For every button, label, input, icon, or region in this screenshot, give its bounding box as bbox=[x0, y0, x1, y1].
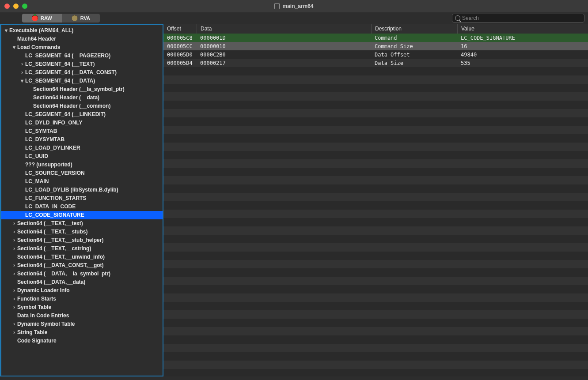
chevron-right-icon[interactable]: › bbox=[11, 219, 17, 228]
table-row[interactable]: 000005D00000C2B0Data Offset49840 bbox=[163, 50, 588, 59]
chevron-right-icon[interactable]: › bbox=[11, 303, 17, 312]
empty-row bbox=[163, 176, 588, 184]
chevron-right-icon[interactable]: › bbox=[19, 60, 25, 68]
tree-item[interactable]: ▾LC_SEGMENT_64 (__PAGEZERO) bbox=[1, 52, 163, 60]
table-row[interactable]: 000005D400000217Data Size535 bbox=[163, 59, 588, 67]
tree-item[interactable]: ▾LC_UUID bbox=[1, 152, 163, 161]
tree-item[interactable]: ▾LC_LOAD_DYLINKER bbox=[1, 144, 163, 152]
minimize-icon[interactable] bbox=[13, 4, 19, 9]
chevron-right-icon[interactable]: › bbox=[11, 270, 17, 278]
chevron-right-icon[interactable]: › bbox=[11, 286, 17, 295]
tree-item[interactable]: ▾LC_DYLD_INFO_ONLY bbox=[1, 119, 163, 127]
tree-item[interactable]: ▾Data in Code Entries bbox=[1, 312, 163, 320]
empty-row bbox=[163, 243, 588, 252]
search-field[interactable] bbox=[452, 14, 584, 23]
cell-value: LC_CODE_SIGNATURE bbox=[457, 35, 588, 41]
close-icon[interactable] bbox=[4, 4, 10, 9]
tree-item[interactable]: ▾Mach64 Header bbox=[1, 35, 163, 43]
tree-item-label: LC_FUNCTION_STARTS bbox=[25, 194, 86, 203]
empty-row bbox=[163, 117, 588, 126]
tree-item[interactable]: ▾LC_FUNCTION_STARTS bbox=[1, 194, 163, 203]
tree-item[interactable]: ▾LC_MAIN bbox=[1, 177, 163, 186]
col-description[interactable]: Description bbox=[371, 24, 457, 34]
tree-item[interactable]: ▾LC_LOAD_DYLIB (libSystem.B.dylib) bbox=[1, 186, 163, 194]
empty-row bbox=[163, 260, 588, 268]
tree-item-label: Section64 (__TEXT,__unwind_info) bbox=[17, 253, 105, 261]
tree-item[interactable]: ▾LC_SEGMENT_64 (__DATA) bbox=[1, 77, 163, 85]
tree-item[interactable]: ›Section64 (__DATA_CONST,__got) bbox=[1, 261, 163, 270]
tree-item[interactable]: ▾Executable (ARM64_ALL) bbox=[1, 26, 163, 35]
raw-view-button[interactable]: RAW bbox=[22, 14, 62, 23]
table-row[interactable]: 000005CC00000010Command Size16 bbox=[163, 42, 588, 50]
view-mode-segment: RAW RVA bbox=[22, 14, 100, 23]
tree-item[interactable]: ›Section64 (__TEXT,__stub_helper) bbox=[1, 236, 163, 245]
tree-item-label: Section64 (__DATA,__data) bbox=[17, 278, 85, 286]
chevron-down-icon[interactable]: ▾ bbox=[19, 77, 25, 85]
empty-row bbox=[163, 201, 588, 210]
empty-row bbox=[163, 235, 588, 243]
tree-item-label: LC_SEGMENT_64 (__PAGEZERO) bbox=[25, 52, 110, 60]
cell-data: 0000C2B0 bbox=[197, 52, 371, 58]
search-input[interactable] bbox=[462, 15, 581, 21]
tree-item-label: LC_SYMTAB bbox=[25, 127, 57, 135]
tree-item[interactable]: ▾Code Signature bbox=[1, 337, 163, 345]
chevron-right-icon[interactable]: › bbox=[11, 295, 17, 303]
tree-sidebar[interactable]: ▾Executable (ARM64_ALL)▾Mach64 Header▾Lo… bbox=[0, 24, 163, 376]
col-offset[interactable]: Offset bbox=[163, 24, 197, 34]
tree-item[interactable]: ›Section64 (__TEXT,__cstring) bbox=[1, 245, 163, 253]
tree-item[interactable]: ›Section64 (__DATA,__la_symbol_ptr) bbox=[1, 270, 163, 278]
tree-item[interactable]: ▾LC_CODE_SIGNATURE bbox=[1, 211, 163, 219]
tree-item[interactable]: ›Section64 (__TEXT,__text) bbox=[1, 219, 163, 228]
detail-pane: Offset Data Description Value 000005C800… bbox=[163, 24, 588, 376]
tree-item[interactable]: ▾Load Commands bbox=[1, 43, 163, 52]
window-title: main_arm64 bbox=[282, 3, 313, 9]
chevron-right-icon[interactable]: › bbox=[19, 68, 25, 77]
chevron-right-icon[interactable]: › bbox=[11, 320, 17, 328]
tree-item[interactable]: ›Section64 (__TEXT,__stubs) bbox=[1, 228, 163, 236]
tree-item[interactable]: ›LC_SEGMENT_64 (__DATA_CONST) bbox=[1, 68, 163, 77]
tree-item-label: LC_SEGMENT_64 (__TEXT) bbox=[25, 60, 95, 68]
tree-item[interactable]: ›Symbol Table bbox=[1, 303, 163, 312]
tree-item[interactable]: ›Dynamic Loader Info bbox=[1, 286, 163, 295]
tree-item[interactable]: ▾Section64 Header (__common) bbox=[1, 102, 163, 110]
empty-row bbox=[163, 151, 588, 159]
tree-item-label: LC_CODE_SIGNATURE bbox=[25, 211, 84, 219]
tree-item-label: Dynamic Loader Info bbox=[17, 286, 70, 295]
tree-item[interactable]: ▾LC_DATA_IN_CODE bbox=[1, 203, 163, 211]
chevron-right-icon[interactable]: › bbox=[11, 261, 17, 270]
col-value[interactable]: Value bbox=[457, 24, 588, 34]
chevron-right-icon[interactable]: › bbox=[11, 328, 17, 337]
tree-item[interactable]: ›String Table bbox=[1, 328, 163, 337]
tree-item[interactable]: ›LC_SEGMENT_64 (__TEXT) bbox=[1, 60, 163, 68]
tree-item-label: Section64 (__TEXT,__stub_helper) bbox=[17, 236, 103, 245]
rva-view-button[interactable]: RVA bbox=[62, 14, 100, 23]
col-data[interactable]: Data bbox=[197, 24, 371, 34]
table-body[interactable]: 000005C80000001DCommandLC_CODE_SIGNATURE… bbox=[163, 34, 588, 376]
tree-item-label: Section64 Header (__la_symbol_ptr) bbox=[33, 85, 125, 94]
chevron-right-icon[interactable]: › bbox=[11, 228, 17, 236]
tree-item[interactable]: ›Function Starts bbox=[1, 295, 163, 303]
tree-item[interactable]: ▾Section64 (__DATA,__data) bbox=[1, 278, 163, 286]
tree-item[interactable]: ▾??? (unsupported) bbox=[1, 161, 163, 169]
tree-item-label: Load Commands bbox=[17, 43, 60, 52]
chevron-right-icon[interactable]: › bbox=[11, 245, 17, 253]
tree-item[interactable]: ▾LC_SYMTAB bbox=[1, 127, 163, 135]
chevron-down-icon[interactable]: ▾ bbox=[3, 26, 9, 35]
tree-item[interactable]: ▾Section64 Header (__la_symbol_ptr) bbox=[1, 85, 163, 94]
tree-item[interactable]: ▾LC_DYSYMTAB bbox=[1, 135, 163, 144]
empty-row bbox=[163, 335, 588, 344]
tree-item[interactable]: ›Dynamic Symbol Table bbox=[1, 320, 163, 328]
tree-item[interactable]: ▾LC_SOURCE_VERSION bbox=[1, 169, 163, 177]
cell-offset: 000005CC bbox=[163, 43, 197, 49]
tree-item[interactable]: ▾Section64 (__TEXT,__unwind_info) bbox=[1, 253, 163, 261]
cell-offset: 000005C8 bbox=[163, 35, 197, 41]
tree-item[interactable]: ▾Section64 Header (__data) bbox=[1, 94, 163, 102]
chevron-down-icon[interactable]: ▾ bbox=[11, 43, 17, 52]
empty-row bbox=[163, 327, 588, 335]
cell-offset: 000005D0 bbox=[163, 52, 197, 58]
tree-item[interactable]: ▾LC_SEGMENT_64 (__LINKEDIT) bbox=[1, 110, 163, 119]
table-row[interactable]: 000005C80000001DCommandLC_CODE_SIGNATURE bbox=[163, 34, 588, 42]
empty-row bbox=[163, 143, 588, 151]
zoom-icon[interactable] bbox=[22, 4, 27, 9]
chevron-right-icon[interactable]: › bbox=[11, 236, 17, 245]
